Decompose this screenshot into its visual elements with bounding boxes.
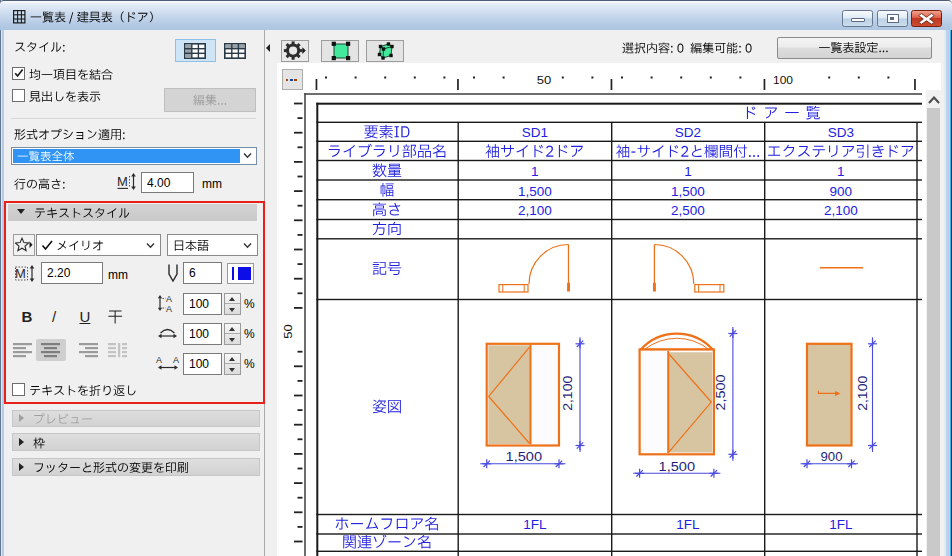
svg-text:1FL: 1FL — [676, 517, 700, 532]
svg-text:50: 50 — [537, 75, 552, 86]
svg-text:50: 50 — [283, 324, 294, 339]
svg-text:2,100: 2,100 — [856, 376, 870, 411]
svg-text:1,500: 1,500 — [518, 184, 552, 199]
svg-text:1,500: 1,500 — [659, 460, 696, 474]
svg-text:2,100: 2,100 — [561, 376, 575, 411]
svg-text:900: 900 — [830, 184, 853, 199]
svg-text:2,100: 2,100 — [518, 203, 552, 218]
svg-text:SD2: SD2 — [675, 125, 701, 140]
svg-text:SD3: SD3 — [828, 125, 854, 140]
svg-text:1: 1 — [531, 164, 539, 179]
svg-text:100: 100 — [773, 75, 794, 86]
svg-text:900: 900 — [821, 450, 843, 464]
svg-text:1,500: 1,500 — [671, 184, 705, 199]
svg-text:2,100: 2,100 — [824, 203, 858, 218]
svg-text:SD1: SD1 — [522, 125, 548, 140]
svg-text:2,500: 2,500 — [671, 203, 705, 218]
svg-text:2,500: 2,500 — [715, 374, 729, 410]
svg-text:1: 1 — [837, 164, 845, 179]
svg-text:1,500: 1,500 — [506, 450, 543, 464]
svg-text:1FL: 1FL — [523, 517, 547, 532]
svg-text:1FL: 1FL — [829, 517, 853, 532]
svg-text:1: 1 — [684, 164, 692, 179]
